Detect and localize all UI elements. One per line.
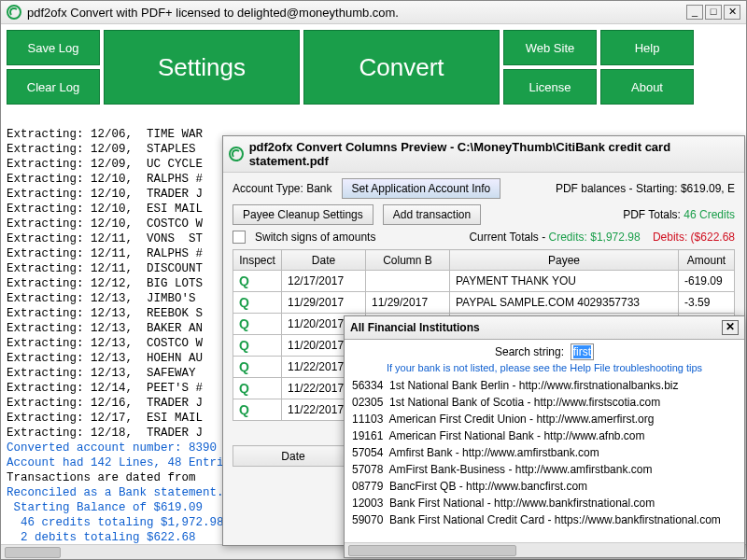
table-row: Q11/29/201711/29/2017PAYPAL SAMPLE.COM 4… xyxy=(233,292,735,314)
pdf-balances-label: PDF balances - Starting: $619.09, E xyxy=(556,182,735,195)
minimize-button[interactable]: _ xyxy=(686,5,703,20)
inspect-icon[interactable]: Q xyxy=(233,335,282,357)
switch-signs-label: Switch signs of amounts xyxy=(255,231,375,244)
switch-signs-checkbox[interactable] xyxy=(233,231,246,244)
log-line: Extracting: 12/10, RALPHS # xyxy=(7,173,203,186)
pdf-totals-label: PDF Totals: 46 Credits xyxy=(623,208,735,221)
web-site-button[interactable]: Web Site xyxy=(503,30,597,65)
fi-body: Search string: first If your bank is not… xyxy=(345,340,744,537)
current-totals: Current Totals - Credits: $1,972.98 Debi… xyxy=(469,231,735,244)
inspect-icon[interactable]: Q xyxy=(233,378,282,399)
list-item[interactable]: 12003 Bank First National - http://www.b… xyxy=(350,495,739,511)
log-line: Extracting: 12/10, COSTCO W xyxy=(7,217,203,231)
log-line: Extracting: 12/13, HOEHN AU xyxy=(7,352,203,365)
log-line: Extracting: 12/09, UC CYCLE xyxy=(7,158,203,171)
col-inspect[interactable]: Inspect xyxy=(233,250,282,271)
col-date[interactable]: Date xyxy=(282,250,366,271)
app-icon xyxy=(229,147,244,161)
set-application-account-info-button[interactable]: Set Application Account Info xyxy=(342,178,501,199)
log-line: Extracting: 12/10, TRADER J xyxy=(7,188,203,201)
summary-line: 2 debits totaling $622.68 xyxy=(7,531,196,544)
save-log-button[interactable]: Save Log xyxy=(7,30,100,65)
log-line: Extracting: 12/09, STAPLES xyxy=(7,143,203,156)
col-column-b[interactable]: Column B xyxy=(366,250,450,271)
summary-line: Transactions are dated from xyxy=(7,471,196,484)
log-line: Extracting: 12/12, BIG LOTS xyxy=(7,277,203,290)
fi-help-link[interactable]: If your bank is not listed, please see t… xyxy=(350,362,739,373)
main-titlebar: pdf2ofx Convert with PDF+ licensed to de… xyxy=(1,1,746,24)
inspect-icon[interactable]: Q xyxy=(233,399,282,421)
account-type-label: Account Type: Bank xyxy=(233,182,332,195)
list-item[interactable]: 56334 1st National Bank Berlin - http://… xyxy=(350,377,739,394)
col-payee[interactable]: Payee xyxy=(450,250,679,271)
inspect-icon[interactable]: Q xyxy=(233,357,282,378)
license-button[interactable]: License xyxy=(503,69,597,105)
log-line: Extracting: 12/14, PEET'S # xyxy=(7,382,203,395)
log-line: Extracting: 12/11, VONS ST xyxy=(7,232,203,245)
log-line: Extracting: 12/13, SAFEWAY xyxy=(7,367,203,380)
fi-list[interactable]: 56334 1st National Bank Berlin - http://… xyxy=(350,377,739,531)
log-line: Extracting: 12/11, RALPHS # xyxy=(7,247,203,260)
main-title: pdf2ofx Convert with PDF+ licensed to de… xyxy=(27,6,399,20)
scrollbar-thumb[interactable] xyxy=(348,545,516,556)
payee-cleanup-settings-button[interactable]: Payee Cleanup Settings xyxy=(233,204,374,225)
log-line: Extracting: 12/13, JIMBO'S xyxy=(7,292,203,305)
log-line: Extracting: 12/13, REEBOK S xyxy=(7,307,203,320)
list-item[interactable]: 57078 AmFirst Bank-Business - http://www… xyxy=(350,461,739,478)
log-line: Extracting: 12/13, COSTCO W xyxy=(7,337,203,350)
summary-line: Converted account number: 8390 xyxy=(7,441,217,455)
inspect-icon[interactable]: Q xyxy=(233,314,282,335)
preview-titlebar: pdf2ofx Convert Columns Preview - C:\Mon… xyxy=(223,136,744,173)
fi-scrollbar-horizontal[interactable] xyxy=(345,542,744,557)
log-line: Extracting: 12/06, TIME WAR xyxy=(7,128,203,141)
log-line: Extracting: 12/16, TRADER J xyxy=(7,397,203,410)
inspect-icon[interactable]: Q xyxy=(233,271,282,292)
summary-line: Account had 142 Lines, 48 Entries xyxy=(7,456,238,469)
list-item[interactable]: 08779 BancFirst QB - http://www.bancfirs… xyxy=(350,478,739,495)
convert-button[interactable]: Convert xyxy=(303,30,500,105)
close-button[interactable]: ✕ xyxy=(722,320,739,335)
preview-title: pdf2ofx Convert Columns Preview - C:\Mon… xyxy=(249,140,739,168)
maximize-button[interactable]: □ xyxy=(705,5,722,20)
search-input[interactable]: first xyxy=(571,343,594,360)
import-date-table: Date xyxy=(233,445,354,467)
fi-title-text: All Financial Institutions xyxy=(350,321,480,334)
log-line: Extracting: 12/11, DISCOUNT xyxy=(7,262,203,275)
log-line: Extracting: 12/17, ESI MAIL xyxy=(7,412,203,425)
close-button[interactable]: ✕ xyxy=(724,5,740,20)
settings-button[interactable]: Settings xyxy=(104,30,300,105)
list-item[interactable]: 19161 American First National Bank - htt… xyxy=(350,427,739,444)
import-date-header[interactable]: Date xyxy=(233,446,354,467)
inspect-icon[interactable]: Q xyxy=(233,292,282,314)
summary-line: Reconciled as a Bank statement. xyxy=(7,486,224,499)
about-button[interactable]: About xyxy=(600,69,694,105)
list-item[interactable]: 02305 1st National Bank of Scotia - http… xyxy=(350,394,739,411)
add-transaction-button[interactable]: Add transaction xyxy=(383,204,481,225)
help-button[interactable]: Help xyxy=(600,30,694,65)
search-label: Search string: xyxy=(495,345,564,358)
financial-institutions-window: All Financial Institutions ✕ Search stri… xyxy=(344,315,745,558)
col-amount[interactable]: Amount xyxy=(679,250,735,271)
list-item[interactable]: 59070 Bank First National Credit Card - … xyxy=(350,511,739,528)
app-icon xyxy=(7,5,21,20)
list-item[interactable]: 11103 American First Credit Union - http… xyxy=(350,411,739,427)
summary-line: 46 credits totaling $1,972.98 xyxy=(7,516,224,529)
fi-titlebar: All Financial Institutions ✕ xyxy=(345,316,744,340)
clear-log-button[interactable]: Clear Log xyxy=(7,69,100,105)
table-row: Q12/17/2017PAYMENT THANK YOU-619.09 xyxy=(233,271,735,292)
list-item[interactable]: 57054 Amfirst Bank - http://www.amfirstb… xyxy=(350,444,739,461)
scrollbar-thumb[interactable] xyxy=(5,547,61,558)
log-line: Extracting: 12/10, ESI MAIL xyxy=(7,203,203,216)
log-line: Extracting: 12/18, TRADER J xyxy=(7,427,203,440)
log-line: Extracting: 12/13, BAKER AN xyxy=(7,322,203,335)
summary-line: Starting Balance of $619.09 xyxy=(7,501,203,514)
main-toolbar: Save Log Clear Log Settings Convert Web … xyxy=(1,24,746,110)
